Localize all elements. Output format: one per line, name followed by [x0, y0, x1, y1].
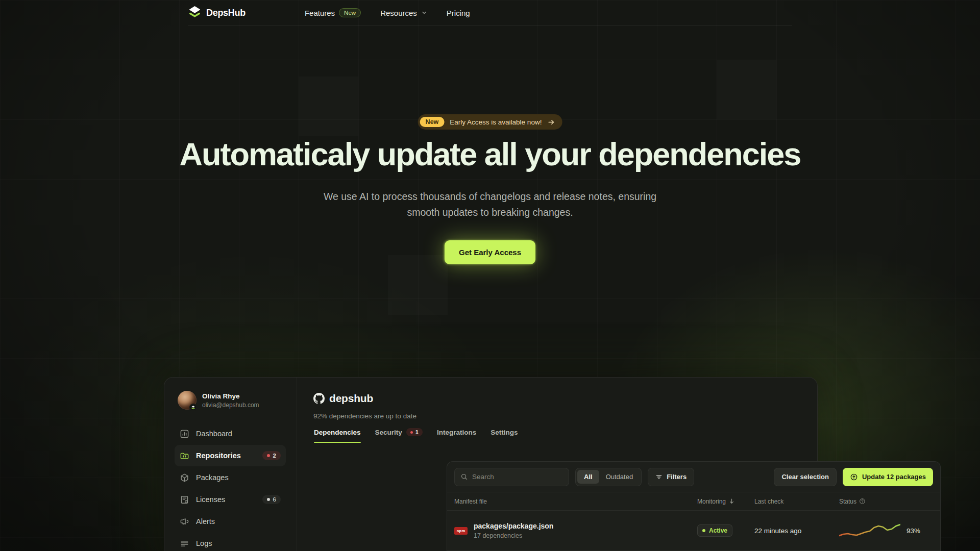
status-cell: 93% — [839, 520, 933, 541]
neutral-dot-icon — [267, 498, 270, 501]
update-packages-button[interactable]: Update 12 packages — [843, 468, 933, 486]
repo-header: depshub — [313, 392, 373, 405]
app-main: depshub 92% dependencies are up to date … — [296, 378, 817, 551]
filter-icon — [655, 473, 663, 481]
nav-item-features[interactable]: Features New — [305, 8, 361, 17]
sidebar-item-label: Licenses — [196, 495, 225, 504]
grid-highlight-cell — [299, 77, 358, 136]
arrow-right-icon — [547, 118, 555, 126]
nav-item-label: Pricing — [447, 9, 470, 17]
chevron-down-icon — [421, 10, 427, 16]
column-label: Last check — [754, 498, 783, 505]
sidebar-menu: Dashboard Repositories 2 Packages Licens… — [175, 423, 286, 551]
user-profile[interactable]: Olivia Rhye olivia@depshub.com — [175, 391, 286, 410]
tab-label: Security — [375, 429, 402, 436]
monitoring-cell: Active — [697, 524, 754, 537]
nav-new-badge: New — [339, 8, 361, 17]
sidebar-item-packages[interactable]: Packages — [175, 467, 286, 488]
brand-logo[interactable]: DepsHub — [188, 5, 246, 21]
column-manifest-file[interactable]: Manifest file — [454, 498, 697, 505]
security-count-badge: 1 — [406, 428, 423, 436]
depshub-logo-icon — [188, 5, 202, 21]
alerts-icon — [180, 517, 189, 527]
circle-arrow-up-icon — [850, 473, 858, 481]
filters-button[interactable]: Filters — [648, 468, 694, 486]
sidebar-item-alerts[interactable]: Alerts — [175, 511, 286, 532]
column-label: Status — [839, 498, 856, 505]
tab-security[interactable]: Security 1 — [375, 428, 423, 443]
column-monitoring[interactable]: Monitoring — [697, 498, 754, 505]
sidebar-item-label: Dashboard — [196, 430, 232, 438]
app-preview-card: Olivia Rhye olivia@depshub.com Dashboard… — [164, 377, 818, 551]
user-name: Olivia Rhye — [202, 392, 259, 400]
avatar — [178, 391, 197, 410]
lime-dot-icon — [702, 529, 705, 532]
status-percentage: 93% — [906, 527, 920, 535]
tab-label: Dependencies — [314, 429, 361, 436]
tab-bar: Dependencies Security 1 Integrations Set… — [314, 428, 518, 443]
npm-registry-icon: npm — [454, 527, 468, 535]
search-input[interactable] — [472, 473, 563, 481]
dashboard-icon — [180, 429, 189, 439]
sidebar-item-logs[interactable]: Logs — [175, 533, 286, 551]
sidebar-item-label: Alerts — [196, 517, 215, 525]
packages-icon — [180, 473, 189, 483]
licenses-icon — [180, 495, 189, 505]
github-icon — [313, 393, 325, 404]
column-last-check[interactable]: Last check — [754, 498, 839, 505]
tab-dependencies[interactable]: Dependencies — [314, 428, 361, 443]
early-access-banner[interactable]: New Early Access is available now! — [418, 114, 562, 130]
nav-item-label: Resources — [380, 9, 417, 17]
hero-subtitle-line: We use AI to process thousands of change… — [324, 189, 656, 205]
clear-selection-button[interactable]: Clear selection — [774, 468, 837, 486]
search-icon — [460, 473, 468, 481]
dependencies-panel: All Outdated Filters Clear selection Upd… — [447, 461, 941, 551]
filters-label: Filters — [667, 473, 687, 481]
banner-new-badge: New — [420, 117, 445, 127]
banner-text: Early Access is available now! — [450, 118, 542, 126]
manifest-cell: npm packages/package.json 17 dependencie… — [454, 522, 697, 539]
brand-name: DepsHub — [206, 8, 246, 18]
sidebar-item-licenses[interactable]: Licenses 6 — [175, 489, 286, 510]
app-sidebar: Olivia Rhye olivia@depshub.com Dashboard… — [164, 378, 296, 551]
sort-descending-icon — [728, 498, 735, 505]
sidebar-item-repositories[interactable]: Repositories 2 — [175, 445, 286, 466]
table-header: Manifest file Monitoring Last check Stat… — [447, 492, 940, 511]
manifest-dependency-count: 17 dependencies — [474, 532, 553, 539]
table-row[interactable]: npm packages/package.json 17 dependencie… — [447, 511, 940, 550]
grid-highlight-cell — [388, 255, 448, 315]
last-check-cell: 22 minutes ago — [754, 527, 839, 535]
logs-icon — [180, 539, 189, 548]
column-label: Manifest file — [454, 498, 487, 505]
nav-item-resources[interactable]: Resources — [380, 9, 427, 17]
column-label: Monitoring — [697, 498, 726, 505]
search-input-wrapper[interactable] — [454, 468, 569, 486]
user-email: olivia@depshub.com — [202, 402, 259, 409]
grid-highlight-cell — [717, 60, 776, 119]
tab-settings[interactable]: Settings — [491, 428, 518, 443]
red-dot-icon — [267, 454, 270, 457]
toolbar: All Outdated Filters Clear selection Upd… — [447, 462, 940, 492]
repo-name: depshub — [329, 392, 373, 405]
update-label: Update 12 packages — [862, 473, 926, 481]
monitoring-active-badge: Active — [697, 524, 732, 537]
segment-all[interactable]: All — [577, 470, 599, 484]
sidebar-item-label: Repositories — [196, 452, 241, 460]
help-circle-icon — [859, 498, 866, 505]
get-early-access-button[interactable]: Get Early Access — [445, 240, 535, 264]
hero-subtitle: We use AI to process thousands of change… — [324, 189, 656, 220]
column-status[interactable]: Status — [839, 498, 933, 505]
badge-count: 2 — [273, 453, 276, 459]
tab-integrations[interactable]: Integrations — [437, 428, 476, 443]
repositories-count-badge: 2 — [262, 451, 281, 460]
sidebar-item-label: Packages — [196, 473, 229, 482]
repo-summary: 92% dependencies are up to date — [313, 412, 416, 420]
nav-item-pricing[interactable]: Pricing — [447, 9, 470, 17]
repositories-icon — [180, 451, 189, 461]
segment-outdated[interactable]: Outdated — [599, 470, 640, 484]
tab-label: Integrations — [437, 429, 476, 436]
status-sparkline-chart — [839, 520, 900, 541]
top-navbar: DepsHub Features New Resources Pricing — [188, 0, 792, 26]
monitoring-status: Active — [709, 527, 727, 534]
sidebar-item-dashboard[interactable]: Dashboard — [175, 423, 286, 444]
